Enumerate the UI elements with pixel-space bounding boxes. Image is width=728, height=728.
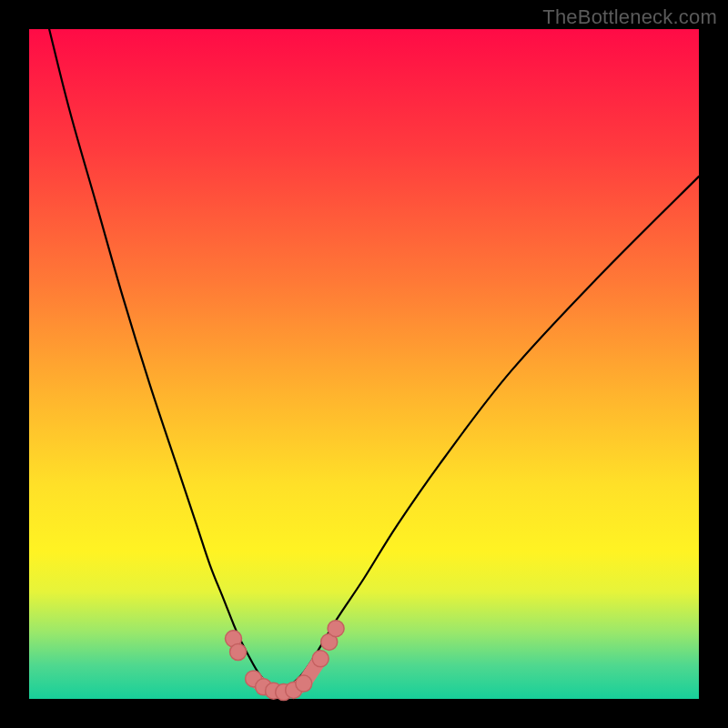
outer-frame: TheBottleneck.com <box>0 0 728 728</box>
plot-area <box>29 29 699 699</box>
curve-group <box>49 29 699 693</box>
watermark-text: TheBottleneck.com <box>542 5 717 29</box>
marker-point <box>230 644 247 661</box>
marker-point <box>312 651 329 667</box>
marker-point <box>296 675 312 692</box>
curve-right <box>280 177 699 693</box>
curve-left <box>49 29 280 693</box>
marker-point <box>328 621 344 637</box>
chart-svg <box>29 29 699 699</box>
markers-group <box>226 621 345 701</box>
